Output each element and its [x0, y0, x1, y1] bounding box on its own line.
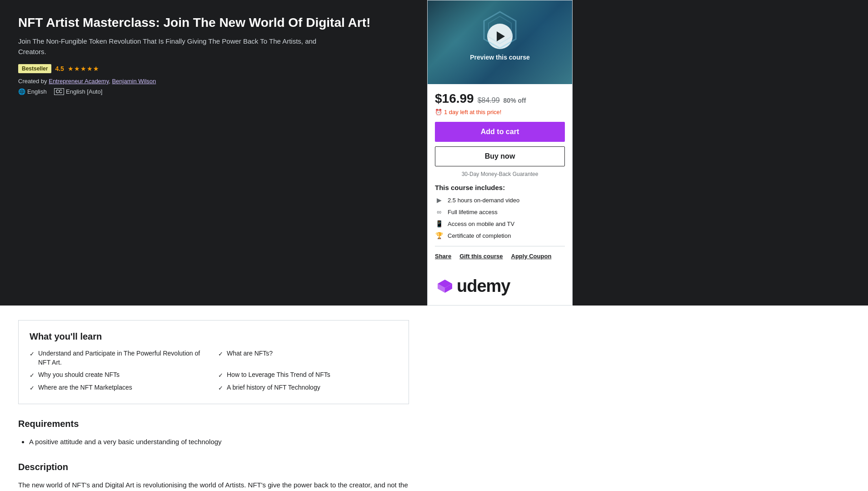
list-item: ✓ A brief history of NFT Technology: [218, 383, 398, 392]
sidebar-body: $16.99 $84.99 80% off ⏰ 1 day left at th…: [428, 84, 572, 267]
requirement-text: A positive attitude and a very basic und…: [29, 438, 222, 446]
guarantee-text: 30-Day Money-Back Guarantee: [435, 171, 565, 177]
includes-title: This course includes:: [435, 184, 565, 191]
full-page: NFT Artist Masterclass: Join The New Wor…: [0, 0, 868, 491]
mobile-icon: 📱: [435, 220, 443, 228]
preview-label: Preview this course: [470, 54, 530, 61]
urgency-text: 1 day left at this price!: [444, 109, 501, 115]
body-section: What you'll learn ✓ Understand and Parti…: [0, 306, 868, 491]
action-links: Share Gift this course Apply Coupon: [435, 246, 565, 260]
infinity-icon: ∞: [435, 208, 443, 216]
learn-box: What you'll learn ✓ Understand and Parti…: [18, 320, 409, 404]
check-icon: ✓: [30, 384, 35, 392]
certificate-icon: 🏆: [435, 231, 443, 240]
check-icon: ✓: [218, 350, 223, 358]
check-icon: ✓: [30, 350, 35, 358]
list-item: 📱 Access on mobile and TV: [435, 220, 565, 228]
captions-label: English [Auto]: [66, 88, 102, 95]
include-text-4: Certificate of completion: [448, 232, 511, 239]
price-row: $16.99 $84.99 80% off: [435, 91, 565, 106]
check-icon: ✓: [218, 384, 223, 392]
gift-course-button[interactable]: Gift this course: [459, 253, 503, 260]
list-item: ✓ How to Leverage This Trend of NFTs: [218, 371, 398, 380]
top-section: NFT Artist Masterclass: Join The New Wor…: [0, 0, 868, 306]
body-left: What you'll learn ✓ Understand and Parti…: [0, 306, 427, 491]
udemy-hat-icon: [435, 276, 455, 296]
nft-hex-icon: [479, 10, 520, 50]
list-item: ✓ Where are the NFT Marketplaces: [30, 383, 209, 392]
rating-number: 4.5: [55, 65, 64, 72]
list-item: A positive attitude and a very basic und…: [29, 436, 409, 447]
learn-item-text: Why you should create NFTs: [38, 371, 120, 380]
language-row: 🌐 English CC English [Auto]: [18, 88, 409, 95]
course-subtitle: Join The Non-Fungible Token Revolution T…: [18, 36, 327, 57]
include-text-3: Access on mobile and TV: [448, 220, 514, 227]
rating-stars: ★★★★★★: [68, 65, 100, 72]
video-icon: ▶: [435, 196, 443, 204]
add-to-cart-button[interactable]: Add to cart: [435, 122, 565, 142]
check-icon: ✓: [30, 371, 35, 380]
learn-item-text: Understand and Participate in The Powerf…: [38, 349, 209, 367]
learn-item-text: A brief history of NFT Technology: [227, 383, 320, 392]
description-para-1: The new world of NFT's and Digital Art i…: [18, 480, 409, 491]
sidebar: Preview this course $16.99 $84.99 80% of…: [427, 0, 573, 306]
list-item: ✓ What are NFTs?: [218, 349, 398, 367]
share-button[interactable]: Share: [435, 253, 451, 260]
include-text-2: Full lifetime access: [448, 209, 498, 215]
list-item: ✓ Understand and Participate in The Powe…: [30, 349, 209, 367]
apply-coupon-button[interactable]: Apply Coupon: [511, 253, 552, 260]
requirements-list: A positive attitude and a very basic und…: [18, 436, 409, 447]
course-header: NFT Artist Masterclass: Join The New Wor…: [0, 0, 427, 306]
description-section: Description The new world of NFT's and D…: [18, 462, 409, 491]
language-label: English: [27, 88, 47, 95]
list-item: ∞ Full lifetime access: [435, 208, 565, 216]
list-item: 🏆 Certificate of completion: [435, 231, 565, 240]
learn-item-text: What are NFTs?: [227, 349, 273, 358]
original-price: $84.99: [478, 96, 500, 105]
include-text-1: 2.5 hours on-demand video: [448, 197, 519, 204]
captions-item: CC English [Auto]: [54, 88, 103, 95]
svg-marker-1: [489, 16, 511, 44]
learn-section-title: What you'll learn: [30, 331, 398, 342]
check-icon: ✓: [218, 371, 223, 380]
urgency-notice: ⏰ 1 day left at this price!: [435, 109, 565, 115]
learn-grid: ✓ Understand and Participate in The Powe…: [30, 349, 398, 393]
alarm-icon: ⏰: [435, 109, 442, 115]
course-preview[interactable]: Preview this course: [428, 0, 572, 84]
includes-list: ▶ 2.5 hours on-demand video ∞ Full lifet…: [435, 196, 565, 240]
buy-now-button[interactable]: Buy now: [435, 146, 565, 166]
current-price: $16.99: [435, 91, 474, 106]
list-item: ✓ Why you should create NFTs: [30, 371, 209, 380]
globe-icon: 🌐: [18, 88, 25, 95]
bestseller-badge: Bestseller: [18, 64, 51, 73]
created-by: Created by Entrepreneur Academy, Benjami…: [18, 78, 409, 85]
cc-icon: CC: [54, 88, 64, 95]
requirements-section: Requirements A positive attitude and a v…: [18, 419, 409, 447]
body-right-spacer: [427, 306, 573, 491]
learn-item-text: How to Leverage This Trend of NFTs: [227, 371, 330, 380]
language-item: 🌐 English: [18, 88, 47, 95]
creator-link-1[interactable]: Entrepreneur Academy: [49, 78, 109, 85]
creator-link-2[interactable]: Benjamin Wilson: [112, 78, 156, 85]
description-title: Description: [18, 462, 409, 472]
rating-row: Bestseller 4.5 ★★★★★★: [18, 64, 409, 73]
udemy-logo-section: udemy: [428, 267, 572, 305]
learn-item-text: Where are the NFT Marketplaces: [38, 383, 132, 392]
course-title: NFT Artist Masterclass: Join The New Wor…: [18, 15, 409, 31]
list-item: ▶ 2.5 hours on-demand video: [435, 196, 565, 204]
requirements-title: Requirements: [18, 419, 409, 429]
udemy-logo: udemy: [435, 276, 510, 296]
discount-label: 80% off: [504, 97, 526, 104]
